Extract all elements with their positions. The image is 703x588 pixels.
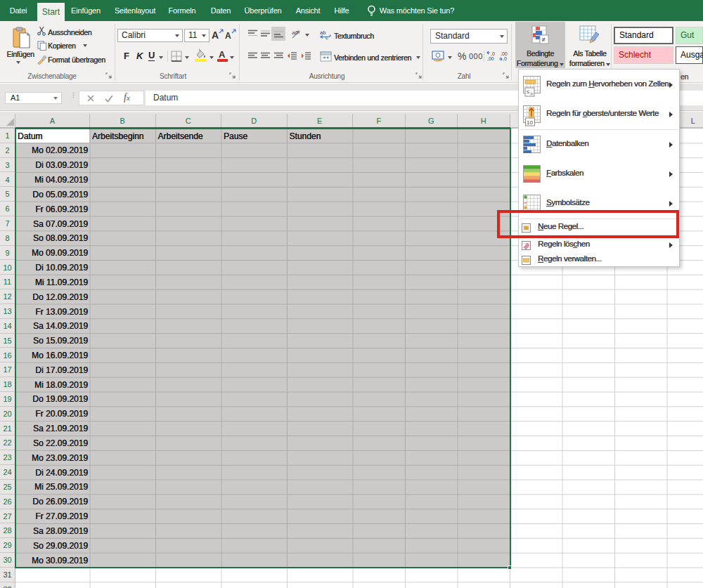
svg-text:10: 10: [527, 119, 533, 126]
svg-text:>: >: [530, 91, 533, 96]
